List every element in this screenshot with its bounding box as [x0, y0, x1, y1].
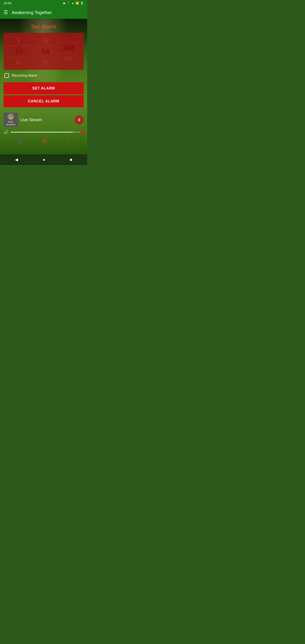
- radio-icon: 📻: [8, 114, 14, 120]
- pause-icon: ⏸: [77, 118, 81, 122]
- recurring-alarm-label: Recurring Alarm: [12, 74, 37, 78]
- thumbnail-line1: Radio: [8, 121, 14, 124]
- pause-button[interactable]: ⏸: [75, 116, 84, 124]
- app-bar: ☰ Awakening Together: [0, 6, 87, 19]
- signal-icon: 📶: [76, 2, 79, 5]
- back-button[interactable]: ◀: [15, 157, 18, 162]
- time-picker-row: 9 10 11 : 53 54 55 AM PM: [7, 37, 80, 65]
- minute-column[interactable]: 53 54 55: [34, 37, 57, 65]
- hour-column[interactable]: 9 10 11: [7, 37, 30, 65]
- status-time: 10:54: [4, 1, 12, 5]
- hour-below: 11: [16, 59, 22, 65]
- battery-icon: 🔋: [80, 2, 84, 5]
- volume-row: 🔊: [4, 127, 84, 136]
- app-title: Awakening Together: [12, 10, 52, 15]
- progress-fill: [11, 132, 73, 132]
- recurring-alarm-checkbox[interactable]: [4, 73, 9, 78]
- progress-thumb[interactable]: [80, 130, 84, 134]
- set-alarm-heading: Set Alarm: [0, 19, 87, 33]
- hamburger-menu-icon[interactable]: ☰: [4, 10, 8, 16]
- recents-button[interactable]: ■: [70, 158, 72, 162]
- minute-above: 53: [42, 37, 48, 44]
- headphones-icon[interactable]: 🎧: [18, 138, 24, 144]
- radio-thumbnail-inner: 📻 Radio Broadcast: [4, 113, 18, 127]
- cancel-alarm-button[interactable]: CANCEL ALARM: [4, 95, 84, 107]
- ampm-below: PM: [64, 56, 73, 62]
- live-stream-section: 📻 Radio Broadcast Live Stream ⏸ 🔊 🎧 🖼 ↗: [0, 108, 87, 150]
- bottom-actions: 🎧 🖼 ↗: [4, 136, 84, 148]
- set-alarm-button[interactable]: SET ALARM: [4, 82, 84, 94]
- ampm-selected[interactable]: AM: [57, 42, 80, 54]
- hour-above: 9: [17, 37, 20, 44]
- radio-thumbnail: 📻 Radio Broadcast: [4, 113, 18, 127]
- main-content: Set Alarm 9 10 11 : 53 54 55 AM PM: [0, 19, 87, 154]
- hour-selected[interactable]: 10: [7, 46, 30, 57]
- play-status-icon: ▶: [64, 2, 66, 5]
- status-bar: 10:54 ▶ 📍 ▲ 📶 🔋: [0, 0, 87, 6]
- volume-icon[interactable]: 🔊: [4, 130, 8, 134]
- time-picker[interactable]: 9 10 11 : 53 54 55 AM PM: [4, 33, 84, 70]
- minute-below: 55: [42, 59, 48, 65]
- location-icon: 📍: [67, 2, 70, 5]
- volume-progress-bar[interactable]: [11, 132, 84, 132]
- live-stream-title: Live Stream: [20, 118, 72, 122]
- recurring-alarm-row[interactable]: Recurring Alarm: [0, 70, 87, 82]
- image-icon[interactable]: 🖼: [42, 138, 47, 144]
- live-stream-row: 📻 Radio Broadcast Live Stream ⏸: [4, 113, 84, 127]
- thumbnail-line2: Broadcast: [6, 124, 16, 126]
- minute-selected[interactable]: 54: [34, 46, 57, 57]
- share-icon[interactable]: ↗: [66, 138, 70, 144]
- status-icons: ▶ 📍 ▲ 📶 🔋: [64, 2, 84, 5]
- time-colon: :: [30, 49, 34, 56]
- wifi-icon: ▲: [72, 2, 74, 5]
- system-nav-bar: ◀ ● ■: [0, 154, 87, 165]
- ampm-column[interactable]: AM PM: [57, 40, 80, 62]
- home-button[interactable]: ●: [43, 158, 45, 162]
